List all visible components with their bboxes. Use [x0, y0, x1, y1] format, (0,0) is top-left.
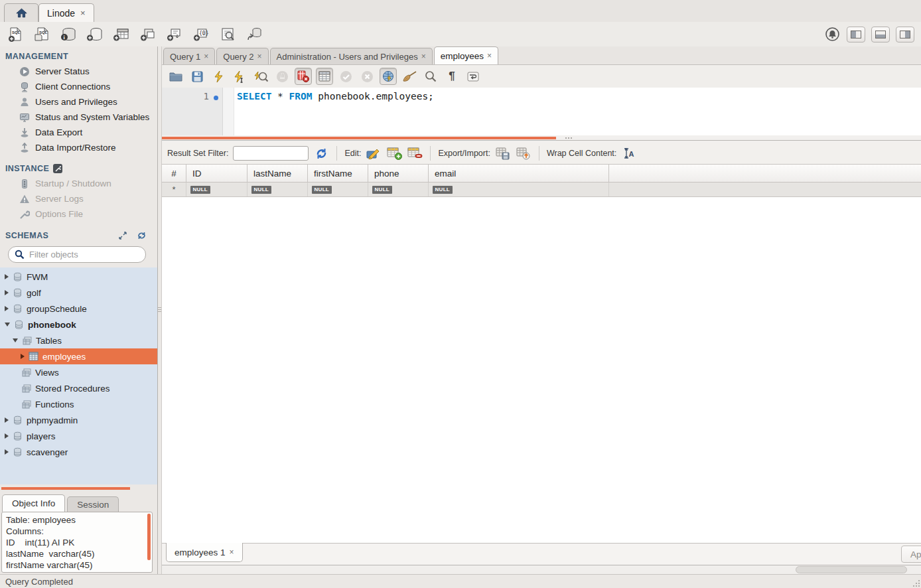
column-header-firstname[interactable]: firstName — [308, 165, 368, 182]
rollback-button[interactable] — [358, 68, 376, 85]
cell-lastname[interactable]: NULL — [248, 183, 308, 196]
toggle-stop-on-error-button[interactable] — [295, 68, 312, 85]
open-script-button[interactable] — [167, 68, 184, 85]
schema-node-groupschedule[interactable]: groupSchedule — [0, 301, 157, 317]
notifications-icon[interactable] — [823, 26, 841, 43]
column-header-email[interactable]: email — [429, 165, 609, 182]
tab-query-2[interactable]: Query 2× — [216, 48, 268, 64]
find-button[interactable] — [422, 68, 439, 85]
schema-node-phpmyadmin[interactable]: phpmyadmin — [0, 412, 157, 428]
create-function-icon[interactable]: {0} — [192, 26, 210, 43]
tree-node-tables[interactable]: Tables — [0, 332, 157, 348]
close-icon[interactable]: × — [204, 52, 208, 61]
cell-id[interactable]: NULL — [186, 183, 248, 196]
schema-filter-box[interactable] — [8, 246, 146, 263]
toggle-sidebar-button[interactable] — [847, 27, 865, 42]
close-icon[interactable]: × — [487, 51, 492, 60]
new-sql-tab-button[interactable]: SQL — [7, 26, 24, 43]
expand-icon[interactable] — [5, 449, 9, 455]
tab-employees[interactable]: employees× — [434, 46, 498, 64]
limit-rows-button[interactable] — [316, 68, 333, 85]
home-tab[interactable] — [4, 3, 38, 22]
commit-button[interactable] — [337, 68, 354, 85]
execute-query-button[interactable] — [210, 68, 227, 85]
insert-row-icon[interactable] — [386, 146, 402, 161]
show-invisible-characters-button[interactable]: ¶ — [443, 68, 460, 85]
expand-icon[interactable] — [5, 274, 9, 279]
toggle-right-panel-button[interactable] — [896, 27, 914, 42]
beautify-script-button[interactable] — [401, 68, 418, 85]
column-header-rownum[interactable]: # — [162, 165, 186, 182]
cell-phone[interactable]: NULL — [368, 183, 429, 196]
create-table-icon[interactable] — [113, 26, 130, 43]
wrap-cell-content-icon[interactable]: A — [621, 146, 637, 161]
horizontal-scrollbar[interactable] — [162, 565, 921, 574]
column-header-phone[interactable]: phone — [368, 165, 429, 182]
tree-node-stored-procedures[interactable]: Stored Procedures — [0, 380, 157, 396]
edit-record-icon[interactable] — [366, 146, 382, 161]
expand-icon[interactable] — [5, 417, 9, 423]
schema-node-phonebook[interactable]: phonebook — [0, 317, 157, 332]
refresh-schemas-icon[interactable] — [137, 231, 147, 240]
tab-session[interactable]: Session — [67, 496, 119, 512]
tab-administration[interactable]: Administration - Users and Privileges× — [270, 48, 433, 64]
result-tab-employees-1[interactable]: employees 1 × — [166, 543, 243, 562]
stop-query-button[interactable] — [273, 68, 291, 85]
close-icon[interactable]: × — [421, 52, 426, 61]
tree-node-functions[interactable]: Functions — [0, 396, 157, 412]
execute-current-statement-button[interactable] — [231, 68, 248, 85]
cell-firstname[interactable]: NULL — [308, 183, 368, 196]
apply-button[interactable]: Apply — [901, 546, 921, 563]
sidebar-item-server-logs[interactable]: Server Logs — [0, 191, 157, 206]
refresh-icon[interactable] — [313, 146, 329, 161]
toggle-bottom-panel-button[interactable] — [871, 27, 890, 42]
cell-email[interactable]: NULL — [429, 183, 609, 196]
delete-row-icon[interactable] — [407, 146, 423, 161]
object-info-scrollbar[interactable] — [147, 514, 151, 560]
expand-icon[interactable] — [5, 290, 9, 295]
column-header-id[interactable]: ID — [186, 165, 248, 182]
export-resultset-icon[interactable] — [495, 146, 511, 161]
editor-results-splitter[interactable] — [162, 135, 921, 143]
tree-node-views[interactable]: Views — [0, 364, 157, 380]
schema-node-players[interactable]: players — [0, 428, 157, 444]
tree-node-employees[interactable]: employees — [0, 348, 157, 364]
schema-node-golf[interactable]: golf — [0, 285, 157, 301]
column-header-lastname[interactable]: lastName — [248, 165, 308, 182]
create-view-icon[interactable] — [139, 26, 157, 43]
sidebar-item-users-and-privileges[interactable]: Users and Privileges — [0, 94, 157, 110]
inspect-database-icon[interactable]: i — [60, 26, 77, 43]
splitter-handle[interactable] — [565, 137, 576, 139]
expand-icon[interactable] — [5, 306, 9, 311]
tab-query-1[interactable]: Query 1× — [163, 48, 215, 64]
collapse-icon[interactable] — [13, 338, 18, 342]
toggle-word-wrap-button[interactable] — [464, 68, 482, 85]
save-script-button[interactable] — [188, 68, 206, 85]
close-icon[interactable]: × — [230, 548, 234, 557]
expand-schemas-icon[interactable] — [117, 231, 127, 240]
create-stored-procedure-icon[interactable] — [166, 26, 183, 43]
sidebar-item-data-export[interactable]: Data Export — [0, 125, 157, 140]
search-table-data-icon[interactable] — [219, 26, 236, 43]
collapse-icon[interactable] — [5, 323, 10, 327]
sidebar-item-client-connections[interactable]: Client Connections — [0, 79, 157, 94]
horizontal-scrollbar-thumb[interactable] — [796, 566, 907, 573]
close-icon[interactable]: × — [79, 8, 86, 18]
connection-tab[interactable]: Linode × — [38, 3, 94, 22]
schema-node-fwm[interactable]: FWM — [0, 269, 157, 285]
expand-icon[interactable] — [5, 433, 9, 439]
sql-code[interactable]: SELECT * FROM phonebook.employees; — [234, 88, 921, 135]
open-sql-script-button[interactable]: SQL — [33, 26, 50, 43]
explain-query-button[interactable] — [252, 68, 269, 85]
resize-grip[interactable] — [910, 577, 920, 587]
toggle-autocommit-button[interactable] — [380, 68, 397, 85]
import-records-icon[interactable] — [516, 146, 531, 161]
schema-node-scavenger[interactable]: scavenger — [0, 444, 157, 460]
schema-filter-input[interactable] — [29, 250, 146, 259]
sql-editor[interactable]: 1 SELECT * FROM phonebook.employees; — [162, 88, 921, 135]
result-filter-input[interactable] — [233, 146, 309, 161]
reconnect-dbms-icon[interactable] — [246, 26, 263, 43]
sidebar-splitter[interactable] — [0, 484, 157, 493]
instance-config-icon[interactable] — [53, 164, 62, 173]
sidebar-item-data-import-restore[interactable]: Data Import/Restore — [0, 140, 157, 155]
